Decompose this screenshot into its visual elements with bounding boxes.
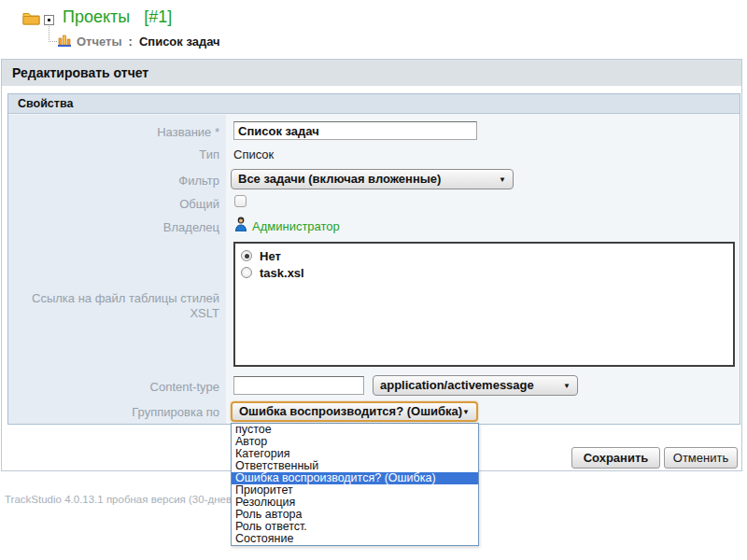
dropdown-option[interactable]: Ответственный — [232, 460, 478, 472]
group-by-label: Группировка по — [7, 405, 219, 419]
chevron-down-icon: ▼ — [462, 403, 470, 421]
xslt-option-taskxsl-label: task.xsl — [260, 266, 304, 280]
xslt-listbox: Нет task.xsl — [233, 242, 735, 367]
breadcrumb-report-row: Отчеты : Список задач — [57, 34, 220, 49]
report-icon — [57, 34, 72, 49]
dropdown-option[interactable]: Состояние — [232, 533, 478, 545]
xslt-label-line1: Ссылка на файл таблицы стилей — [7, 291, 219, 306]
filter-select[interactable]: Все задачи (включая вложенные) ▼ — [231, 169, 514, 189]
project-id: [#1] — [144, 7, 172, 27]
xslt-option-none-label: Нет — [260, 249, 281, 263]
folder-icon — [22, 11, 40, 29]
dropdown-option[interactable]: Автор — [232, 436, 478, 448]
group-by-select-value: Ошибка воспроизводится? (Ошибка) — [239, 404, 462, 418]
owner-label: Владелец — [7, 220, 219, 234]
dropdown-option[interactable]: Роль ответст. — [232, 521, 478, 533]
xslt-option-taskxsl[interactable]: task.xsl — [241, 264, 727, 281]
type-label: Тип — [7, 147, 219, 161]
content-type-label: Content-type — [7, 380, 219, 394]
radio-icon[interactable] — [241, 267, 252, 278]
section-title: Свойства — [8, 94, 740, 114]
user-icon — [234, 217, 247, 235]
reports-label: Отчеты — [77, 35, 122, 49]
report-name: Список задач — [139, 35, 220, 49]
footer-version: TrackStudio 4.0.13.1 пробная версия (30-… — [5, 494, 265, 505]
chevron-down-icon: ▼ — [499, 170, 506, 189]
xslt-label: Ссылка на файл таблицы стилей XSLT — [7, 291, 219, 321]
owner-link[interactable]: Администратор — [252, 219, 340, 233]
page-title: Редактировать отчет — [2, 60, 741, 86]
name-input[interactable] — [233, 121, 477, 140]
type-value: Список — [233, 147, 274, 161]
group-by-dropdown: пустоеАвторКатегорияОтветственныйОшибка … — [231, 423, 479, 546]
content-type-input[interactable] — [233, 376, 364, 395]
dropdown-option[interactable]: Категория — [232, 448, 478, 460]
breadcrumb-project-link[interactable]: Проекты [#1] — [63, 7, 172, 27]
filter-label: Фильтр — [7, 174, 219, 188]
shared-label: Общий — [7, 197, 219, 211]
tree-expand-icon[interactable] — [44, 15, 54, 25]
xslt-label-line2: XSLT — [7, 306, 219, 321]
dropdown-option[interactable]: пустое — [232, 424, 478, 436]
group-by-select[interactable]: Ошибка воспроизводится? (Ошибка) ▼ — [231, 401, 478, 422]
dropdown-option[interactable]: Роль автора — [232, 509, 478, 521]
name-label: Название * — [7, 125, 219, 139]
save-button[interactable]: Сохранить — [571, 447, 660, 469]
content-type-select-value: application/activemessage — [380, 378, 534, 392]
breadcrumb-separator: : — [129, 35, 133, 49]
cancel-button[interactable]: Отменить — [664, 447, 738, 469]
radio-icon[interactable] — [241, 250, 252, 261]
dropdown-option[interactable]: Приоритет — [232, 484, 478, 497]
shared-checkbox[interactable] — [234, 195, 247, 207]
project-label[interactable]: Проекты — [63, 7, 130, 27]
dropdown-option[interactable]: Резолюция — [232, 497, 478, 509]
chevron-down-icon: ▼ — [563, 376, 571, 396]
content-type-select[interactable]: application/activemessage ▼ — [373, 375, 578, 396]
filter-select-value: Все задачи (включая вложенные) — [238, 172, 441, 186]
dropdown-option[interactable]: Ошибка воспроизводится? (Ошибка) — [232, 472, 478, 484]
xslt-option-none[interactable]: Нет — [241, 247, 727, 264]
tree-connector — [49, 26, 57, 42]
